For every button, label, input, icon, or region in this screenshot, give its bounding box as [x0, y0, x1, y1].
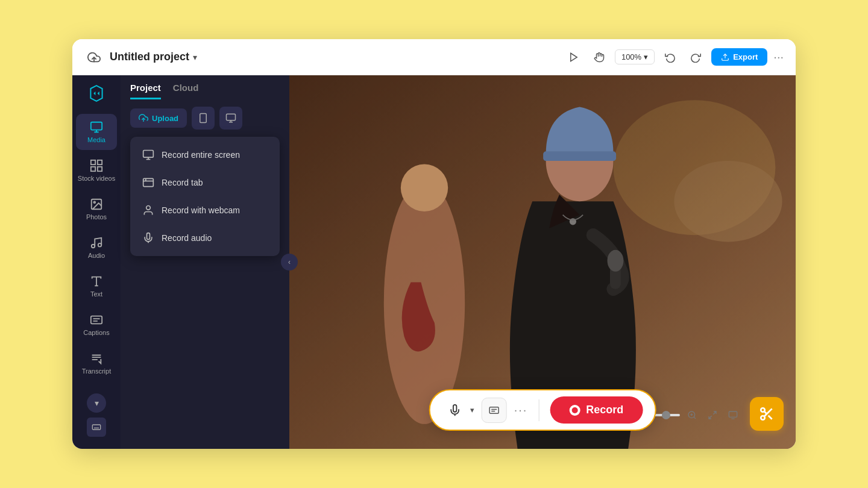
record-button[interactable]: Record	[550, 396, 643, 424]
panel-tabs: Project Cloud	[121, 75, 289, 99]
toolbar-divider	[538, 399, 539, 421]
svg-point-58	[761, 416, 765, 420]
svg-point-57	[761, 408, 765, 412]
sidebar-item-text[interactable]: Text	[76, 268, 117, 304]
svg-point-12	[92, 245, 95, 248]
fit-screen-icon	[708, 410, 717, 420]
record-webcam-label: Record with webcam	[162, 205, 240, 215]
tab-cloud[interactable]: Cloud	[173, 83, 199, 99]
more-toolbar-button[interactable]: ···	[514, 403, 528, 417]
webcam-icon	[142, 204, 154, 216]
hand-tool-button[interactable]	[590, 48, 609, 67]
sidebar-item-captions[interactable]: Captions	[76, 307, 117, 343]
export-icon	[721, 53, 729, 61]
cloud-save-button[interactable]	[84, 48, 104, 67]
sidebar-item-photos-label: Photos	[86, 213, 107, 221]
header: Untitled project ▾ 100% ▾	[72, 39, 796, 75]
microphone-icon	[142, 232, 154, 244]
zoom-in-button[interactable]	[684, 407, 700, 424]
scissors-button[interactable]	[750, 397, 784, 431]
tab-project[interactable]: Project	[130, 83, 161, 99]
upload-cloud-icon	[139, 113, 148, 123]
app-logo	[84, 81, 108, 105]
sidebar-item-captions-label: Captions	[83, 329, 109, 336]
undo-button[interactable]	[661, 48, 680, 67]
sidebar-item-stock-videos-label: Stock videos	[78, 175, 115, 182]
record-dropdown: Record entire screen Record tab Record w…	[130, 137, 280, 256]
bottom-toolbar: ▾ ··· Record	[429, 389, 656, 431]
scissors-icon	[759, 406, 775, 422]
sidebar-item-text-label: Text	[90, 290, 102, 298]
panel-collapse-button[interactable]: ‹	[281, 254, 298, 271]
captions-list-button[interactable]	[482, 398, 507, 423]
cloud-icon	[87, 51, 101, 64]
redo-icon	[690, 52, 701, 63]
zoom-slider-thumb	[662, 411, 670, 419]
svg-rect-54	[489, 407, 498, 413]
mic-dropdown-button[interactable]: ▾	[470, 405, 474, 414]
redo-button[interactable]	[686, 48, 705, 67]
fit-screen-button[interactable]	[704, 407, 721, 424]
sidebar-item-audio-label: Audio	[88, 252, 105, 259]
presentation-button[interactable]	[725, 407, 741, 424]
svg-line-61	[764, 411, 767, 414]
sidebar-item-photos[interactable]: Photos	[76, 191, 117, 227]
svg-line-60	[769, 416, 772, 419]
svg-rect-16	[91, 316, 102, 324]
capcut-logo-icon	[87, 84, 106, 103]
record-dot-icon	[569, 405, 580, 416]
record-label: Record	[586, 404, 623, 416]
zoom-in-icon	[687, 410, 697, 420]
screen-record-button[interactable]	[219, 107, 242, 130]
transcript-icon	[90, 352, 103, 365]
play-button[interactable]	[564, 48, 583, 67]
app-container: Untitled project ▾ 100% ▾	[72, 39, 796, 449]
record-tab-item[interactable]: Record tab	[133, 169, 277, 196]
record-audio-item[interactable]: Record audio	[133, 225, 277, 251]
audio-icon	[90, 236, 103, 249]
photos-icon	[90, 198, 103, 211]
sidebar-item-stock-videos[interactable]: Stock videos	[76, 152, 117, 189]
captions-list-icon	[489, 405, 500, 416]
tablet-button[interactable]	[192, 107, 215, 130]
zoom-level: 100%	[621, 52, 641, 61]
svg-line-67	[709, 416, 712, 419]
hand-icon	[594, 52, 605, 63]
svg-rect-3	[91, 122, 102, 130]
sidebar-item-transcript[interactable]: Transcript	[76, 345, 117, 381]
header-tools: 100% ▾ Export ···	[564, 48, 784, 67]
media-icon	[90, 120, 103, 134]
keyboard-icon	[92, 422, 101, 432]
sidebar-item-audio[interactable]: Audio	[76, 230, 117, 266]
canvas-area: ▾ ··· Record	[289, 75, 796, 449]
export-button[interactable]: Export	[711, 48, 767, 66]
sidebar-item-media[interactable]: Media	[76, 114, 117, 150]
sidebar-settings-button[interactable]	[87, 418, 106, 437]
text-icon	[90, 275, 103, 288]
svg-rect-37	[143, 178, 154, 186]
record-webcam-item[interactable]: Record with webcam	[133, 197, 277, 224]
play-icon	[568, 52, 579, 63]
svg-rect-34	[143, 151, 154, 158]
svg-rect-22	[92, 425, 100, 430]
monitor-icon	[142, 149, 154, 161]
browser-tab-icon	[142, 177, 154, 189]
stock-videos-icon	[90, 159, 103, 172]
svg-rect-31	[227, 114, 236, 120]
header-left: Untitled project ▾	[84, 48, 557, 67]
record-screen-item[interactable]: Record entire screen	[133, 142, 277, 168]
svg-rect-8	[91, 167, 95, 171]
tablet-icon	[198, 113, 209, 124]
more-options-button[interactable]: ···	[773, 50, 784, 64]
upload-button[interactable]: Upload	[130, 108, 187, 128]
mic-button[interactable]	[442, 398, 468, 423]
record-audio-label: Record audio	[162, 233, 212, 243]
export-label: Export	[733, 52, 758, 61]
svg-point-40	[146, 206, 151, 210]
sidebar: Media Stock videos Photos Audio	[72, 75, 121, 449]
project-title-area[interactable]: Untitled project ▾	[110, 51, 197, 63]
sidebar-collapse-button[interactable]: ▾	[87, 393, 106, 413]
svg-rect-9	[98, 167, 102, 171]
zoom-button[interactable]: 100% ▾	[615, 49, 655, 64]
svg-point-13	[98, 243, 102, 247]
